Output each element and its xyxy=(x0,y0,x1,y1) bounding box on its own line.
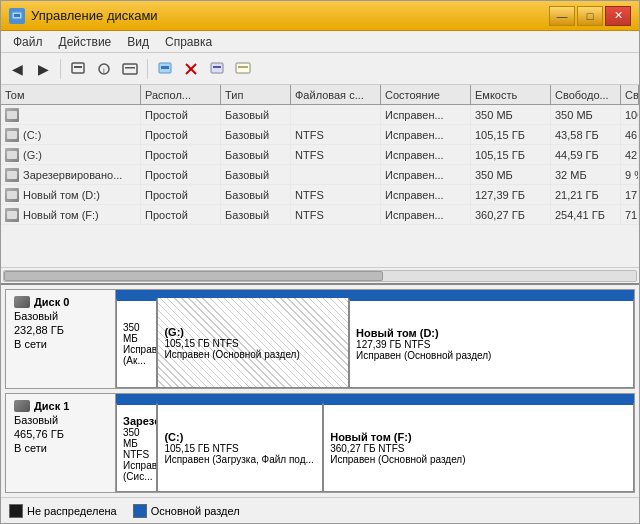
disk-size: 232,88 ГБ xyxy=(14,324,107,336)
svg-rect-9 xyxy=(161,66,169,69)
table-row[interactable]: Новый том (F:)ПростойБазовыйNTFSИсправен… xyxy=(1,205,639,225)
svg-text:i: i xyxy=(103,66,105,75)
toolbar-btn-7[interactable] xyxy=(231,57,255,81)
toolbar: ◀ ▶ i xyxy=(1,53,639,85)
disk-name: Диск 1 xyxy=(34,400,69,412)
volume-icon xyxy=(5,108,19,122)
disk-size: 465,76 ГБ xyxy=(14,428,107,440)
partition-status: Исправен (Основной раздел) xyxy=(164,349,342,360)
table-row[interactable]: (G:)ПростойБазовыйNTFSИсправен...105,15 … xyxy=(1,145,639,165)
col-header-volume: Том xyxy=(1,85,141,104)
svg-rect-3 xyxy=(74,66,82,68)
partition-size: 105,15 ГБ NTFS xyxy=(164,443,316,454)
disk-label: Диск 0 Базовый 232,88 ГБ В сети xyxy=(6,290,116,388)
toolbar-btn-3[interactable]: i xyxy=(92,57,116,81)
back-button[interactable]: ◀ xyxy=(5,57,29,81)
partition-size: 105,15 ГБ NTFS xyxy=(164,338,342,349)
legend: Не распределена Основной раздел xyxy=(1,497,639,523)
menu-bar: Файл Действие Вид Справка xyxy=(1,31,639,53)
partition-status: Исправен (Основной раздел) xyxy=(330,454,627,465)
title-bar-left: Управление дисками xyxy=(9,8,158,24)
menu-view[interactable]: Вид xyxy=(119,33,157,51)
partition[interactable]: (C:) 105,15 ГБ NTFS Исправен (Загрузка, … xyxy=(157,402,323,492)
disk-top-bar xyxy=(116,394,634,402)
table-row[interactable]: Зарезервировано...ПростойБазовыйИсправен… xyxy=(1,165,639,185)
menu-help[interactable]: Справка xyxy=(157,33,220,51)
partition-name: Новый том (D:) xyxy=(356,327,627,339)
toolbar-btn-2[interactable] xyxy=(66,57,90,81)
partition-status: Исправен (Основной раздел) xyxy=(356,350,627,361)
svg-rect-1 xyxy=(14,14,20,17)
svg-rect-7 xyxy=(125,67,135,69)
partition-name: (G:) xyxy=(164,326,342,338)
disk-area: Диск 0 Базовый 232,88 ГБ В сети 350 МБ И… xyxy=(1,285,639,497)
table-header: Том Распол... Тип Файловая с... Состояни… xyxy=(1,85,639,105)
window-title: Управление дисками xyxy=(31,8,158,23)
toolbar-btn-6[interactable] xyxy=(205,57,229,81)
disk-parts-row: Зарезервирова... 350 МБ NTFS Исправен (С… xyxy=(116,402,634,492)
table-body: ПростойБазовыйИсправен...350 МБ350 МБ100… xyxy=(1,105,639,267)
horizontal-scrollbar[interactable] xyxy=(1,267,639,283)
col-header-type: Тип xyxy=(221,85,291,104)
volume-icon xyxy=(5,128,19,142)
disk-partitions: 350 МБ Исправен (Ак... (G:) 105,15 ГБ NT… xyxy=(116,290,634,388)
partition[interactable]: Зарезервирова... 350 МБ NTFS Исправен (С… xyxy=(116,402,157,492)
forward-button[interactable]: ▶ xyxy=(31,57,55,81)
col-header-fs: Файловая с... xyxy=(291,85,381,104)
volume-icon xyxy=(5,208,19,222)
col-header-status: Состояние xyxy=(381,85,471,104)
legend-label-unallocated: Не распределена xyxy=(27,505,117,517)
legend-box-unallocated xyxy=(9,504,23,518)
volume-icon xyxy=(5,188,19,202)
partition-size: 360,27 ГБ NTFS xyxy=(330,443,627,454)
legend-box-primary xyxy=(133,504,147,518)
disk-type: Базовый xyxy=(14,414,107,426)
partition-status: Исправен (Ак... xyxy=(123,344,150,366)
disk-partitions: Зарезервирова... 350 МБ NTFS Исправен (С… xyxy=(116,394,634,492)
delete-button[interactable] xyxy=(179,57,203,81)
close-button[interactable]: ✕ xyxy=(605,6,631,26)
disk-type: Базовый xyxy=(14,310,107,322)
svg-rect-6 xyxy=(123,64,137,74)
table-row[interactable]: ПростойБазовыйИсправен...350 МБ350 МБ100 xyxy=(1,105,639,125)
minimize-button[interactable]: — xyxy=(549,6,575,26)
legend-unallocated: Не распределена xyxy=(9,504,117,518)
legend-primary: Основной раздел xyxy=(133,504,240,518)
disk-label: Диск 1 Базовый 465,76 ГБ В сети xyxy=(6,394,116,492)
toolbar-btn-4[interactable] xyxy=(118,57,142,81)
partition[interactable]: Новый том (F:) 360,27 ГБ NTFS Исправен (… xyxy=(323,402,634,492)
toolbar-btn-5[interactable] xyxy=(153,57,177,81)
partition[interactable]: (G:) 105,15 ГБ NTFS Исправен (Основной р… xyxy=(157,298,349,388)
disk-title: Диск 0 xyxy=(14,296,107,308)
main-area: Том Распол... Тип Файловая с... Состояни… xyxy=(1,85,639,497)
partition-size: 127,39 ГБ NTFS xyxy=(356,339,627,350)
disk-title: Диск 1 xyxy=(14,400,107,412)
svg-rect-13 xyxy=(213,66,221,68)
toolbar-sep-1 xyxy=(60,59,61,79)
table-row[interactable]: Новый том (D:)ПростойБазовыйNTFSИсправен… xyxy=(1,185,639,205)
volume-icon xyxy=(5,168,19,182)
svg-rect-15 xyxy=(238,66,248,68)
table-row[interactable]: (C:)ПростойБазовыйNTFSИсправен...105,15 … xyxy=(1,125,639,145)
partition[interactable]: Новый том (D:) 127,39 ГБ NTFS Исправен (… xyxy=(349,298,634,388)
partition-name: Зарезервирова... xyxy=(123,415,150,427)
menu-action[interactable]: Действие xyxy=(51,33,120,51)
disk-icon xyxy=(14,296,30,308)
col-header-free: Свободо... xyxy=(551,85,621,104)
disk-name: Диск 0 xyxy=(34,296,69,308)
title-bar: Управление дисками — □ ✕ xyxy=(1,1,639,31)
menu-file[interactable]: Файл xyxy=(5,33,51,51)
col-header-capacity: Емкость xyxy=(471,85,551,104)
partition-name: Новый том (F:) xyxy=(330,431,627,443)
disk-item: Диск 0 Базовый 232,88 ГБ В сети 350 МБ И… xyxy=(5,289,635,389)
maximize-button[interactable]: □ xyxy=(577,6,603,26)
partition-name: (C:) xyxy=(164,431,316,443)
disk-item: Диск 1 Базовый 465,76 ГБ В сети Зарезерв… xyxy=(5,393,635,493)
scroll-track[interactable] xyxy=(3,270,637,282)
partition[interactable]: 350 МБ Исправен (Ак... xyxy=(116,298,157,388)
title-controls: — □ ✕ xyxy=(549,6,631,26)
disk-status: В сети xyxy=(14,442,107,454)
main-window: Управление дисками — □ ✕ Файл Действие В… xyxy=(0,0,640,524)
legend-label-primary: Основной раздел xyxy=(151,505,240,517)
scroll-thumb[interactable] xyxy=(4,271,383,281)
